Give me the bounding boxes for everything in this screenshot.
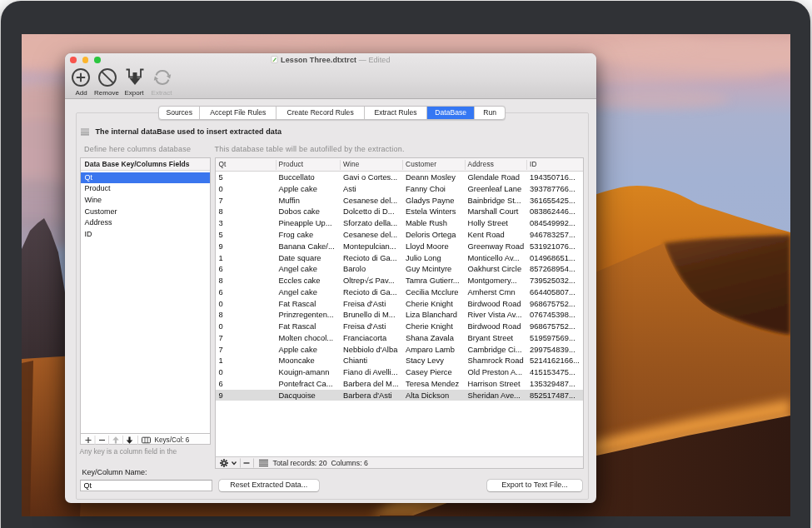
svg-text:Keys/Col: 6: Keys/Col: 6: [155, 436, 190, 444]
